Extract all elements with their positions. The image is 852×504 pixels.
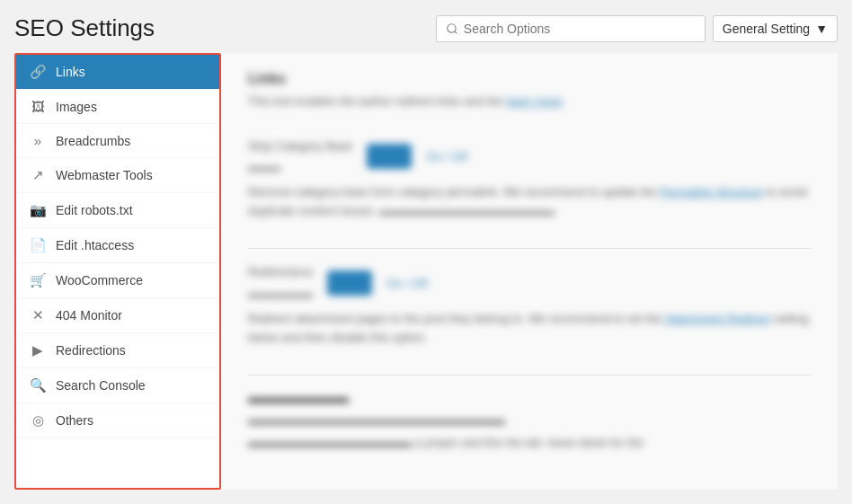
section-links-title: Links This tool enables the author redir…	[248, 71, 811, 111]
sidebar-item-links[interactable]: 🔗Links	[16, 55, 219, 90]
divider-2	[248, 375, 811, 376]
main-panel: Links This tool enables the author redir…	[221, 53, 838, 490]
images-icon: 🖼	[29, 99, 47, 114]
svg-line-1	[455, 31, 457, 33]
search-bar[interactable]	[436, 15, 706, 42]
404-monitor-icon: ✕	[29, 307, 47, 323]
sidebar-item-label-breadcrumbs: Breadcrumbs	[56, 134, 130, 148]
toggle-1[interactable]	[367, 144, 412, 169]
sidebar-item-label-links: Links	[56, 65, 85, 79]
header: SEO Settings General Setting ▼	[14, 14, 838, 42]
sidebar-item-redirections[interactable]: ▶Redirections	[16, 333, 219, 368]
sidebar-item-label-webmaster-tools: Webmaster Tools	[56, 168, 153, 182]
edit-robots-icon: 📷	[29, 202, 47, 218]
search-console-icon: 🔍	[29, 377, 47, 393]
general-setting-dropdown[interactable]: General Setting ▼	[713, 15, 838, 42]
sidebar-item-edit-htaccess[interactable]: 📄Edit .htaccess	[16, 228, 219, 263]
sidebar-item-label-others: Others	[56, 413, 93, 428]
dropdown-label: General Setting	[723, 22, 810, 36]
sidebar-item-label-edit-htaccess: Edit .htaccess	[56, 238, 134, 252]
search-icon	[446, 22, 458, 35]
svg-point-0	[448, 23, 456, 31]
sidebar-item-breadcrumbs[interactable]: »Breadcrumbs	[16, 124, 219, 158]
sidebar-item-label-search-console: Search Console	[56, 378, 146, 393]
divider	[248, 248, 811, 249]
sidebar-item-images[interactable]: 🖼Images	[16, 90, 219, 124]
toggle-2[interactable]	[327, 270, 372, 296]
sidebar-item-edit-robots[interactable]: 📷Edit robots.txt	[16, 193, 219, 228]
sidebar-item-search-console[interactable]: 🔍Search Console	[16, 368, 219, 403]
webmaster-tools-icon: ↗	[29, 167, 47, 183]
section-3: ▬▬▬▬▬▬▬ ▬▬▬▬▬▬▬▬▬▬▬▬▬▬▬▬▬▬▬▬▬▬ ▬▬▬▬▬▬▬▬▬…	[248, 390, 811, 452]
breadcrumbs-icon: »	[29, 133, 47, 148]
sidebar-item-404-monitor[interactable]: ✕404 Monitor	[16, 298, 219, 333]
others-icon: ◎	[29, 412, 47, 429]
sidebar-item-label-edit-robots: Edit robots.txt	[56, 203, 133, 217]
sidebar-item-label-redirections: Redirections	[56, 343, 126, 358]
sidebar-item-woocommerce[interactable]: 🛒WooCommerce	[16, 263, 219, 298]
woocommerce-icon: 🛒	[29, 272, 47, 288]
sidebar-item-webmaster-tools[interactable]: ↗Webmaster Tools	[16, 158, 219, 193]
header-controls: General Setting ▼	[436, 15, 838, 42]
redirections-icon: ▶	[29, 342, 47, 358]
search-input[interactable]	[464, 22, 696, 36]
chevron-down-icon: ▼	[815, 22, 828, 36]
links-icon: 🔗	[29, 64, 47, 80]
edit-htaccess-icon: 📄	[29, 237, 47, 253]
sidebar-item-label-404-monitor: 404 Monitor	[56, 308, 122, 323]
sidebar-item-label-woocommerce: WooCommerce	[56, 273, 143, 287]
sidebar-item-others[interactable]: ◎Others	[16, 403, 219, 438]
section-toggle-2: Redirections ▬▬▬▬▬▬ On / Off Redirect at…	[248, 263, 811, 348]
content-area: 🔗Links🖼Images»Breadcrumbs↗Webmaster Tool…	[14, 53, 838, 490]
section-toggle-1: Strip Category Base ▬▬▬ On / Off Remove …	[248, 137, 811, 222]
page-title: SEO Settings	[14, 14, 155, 42]
sidebar: 🔗Links🖼Images»Breadcrumbs↗Webmaster Tool…	[14, 53, 221, 490]
sidebar-item-label-images: Images	[56, 100, 97, 114]
